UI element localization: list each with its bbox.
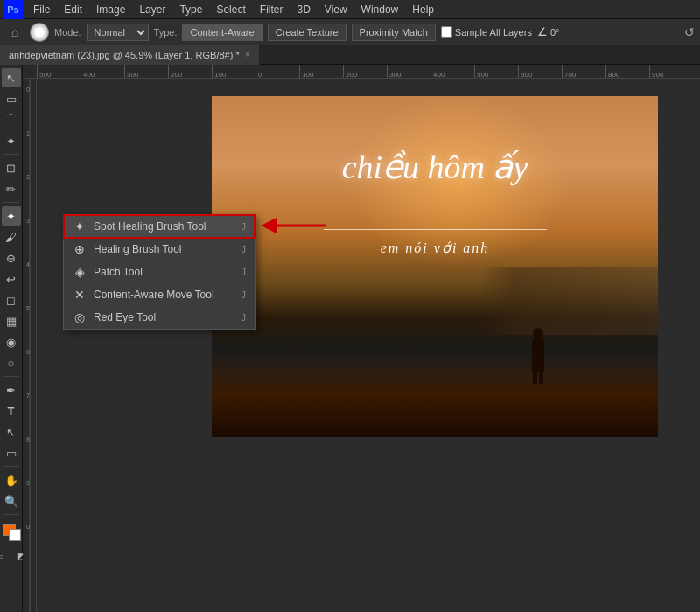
marquee-tool[interactable]: ▭: [2, 89, 21, 108]
ruler-tick: 200: [343, 65, 387, 79]
history-brush-tool[interactable]: ↩: [2, 269, 21, 289]
red-eye-tool-shortcut: J: [242, 312, 247, 323]
flyout-patch-tool[interactable]: ◈ Patch Tool J: [64, 261, 255, 283]
separator-2: [4, 202, 19, 203]
menu-window[interactable]: Window: [354, 0, 406, 18]
document-tab[interactable]: anhdepvietnam (23).jpg @ 45.9% (Layer 1,…: [0, 45, 260, 65]
quick-mask-std[interactable]: ▭: [0, 546, 10, 566]
color-swatches[interactable]: [2, 522, 21, 541]
blur-tool[interactable]: ◉: [2, 332, 21, 351]
sil-leg-left: [533, 372, 537, 384]
content-aware-move-label: Content-Aware Move Tool: [94, 289, 214, 301]
svg-text:1: 1: [26, 130, 30, 136]
svg-text:5: 5: [26, 305, 30, 311]
home-icon[interactable]: ⌂: [5, 23, 24, 42]
magic-wand-tool[interactable]: ✦: [2, 131, 21, 150]
menu-file[interactable]: File: [26, 0, 57, 18]
healing-brush-shortcut: J: [242, 244, 247, 254]
ruler-tick: 0: [256, 65, 299, 79]
pen-tool[interactable]: ✒: [2, 380, 21, 400]
proximity-match-btn[interactable]: Proximity Match: [352, 24, 436, 41]
angle-control[interactable]: ∠ 0°: [537, 25, 560, 38]
healing-brush-tool[interactable]: ✦: [2, 206, 21, 226]
tab-close-btn[interactable]: ×: [245, 50, 250, 59]
ruler-top: 500 400 300 200 100 0 100 200 300 400 50…: [23, 65, 700, 79]
line-decoration: [324, 229, 547, 230]
sil-leg-right: [539, 372, 543, 384]
ruler-tick: 500: [474, 65, 518, 79]
menu-type[interactable]: Type: [172, 0, 209, 18]
menu-select[interactable]: Select: [209, 0, 252, 18]
eyedropper-tool[interactable]: ✏: [2, 179, 21, 198]
content-aware-move-icon: ✕: [73, 288, 87, 302]
gradient-tool[interactable]: ▦: [2, 311, 21, 330]
sample-layers-checkbox[interactable]: [441, 26, 452, 38]
tab-bar: anhdepvietnam (23).jpg @ 45.9% (Layer 1,…: [0, 45, 700, 65]
hand-tool[interactable]: ✋: [2, 470, 21, 490]
create-texture-btn[interactable]: Create Texture: [268, 24, 346, 41]
sample-layers-label[interactable]: Sample All Layers: [441, 26, 532, 38]
ground-glow: [212, 352, 658, 438]
patch-tool-icon: ◈: [73, 265, 87, 279]
flyout-content-aware-move[interactable]: ✕ Content-Aware Move Tool J: [64, 283, 255, 306]
menu-bar: Ps File Edit Image Layer Type Select Fil…: [0, 0, 700, 19]
move-tool[interactable]: ↖: [2, 68, 21, 87]
menu-layer[interactable]: Layer: [132, 0, 172, 18]
brush-tool[interactable]: 🖌: [2, 227, 21, 247]
menu-help[interactable]: Help: [405, 0, 441, 18]
crop-tool[interactable]: ⊡: [2, 158, 21, 177]
lasso-tool[interactable]: ⌒: [2, 110, 21, 129]
svg-text:0: 0: [26, 524, 30, 530]
clone-stamp-tool[interactable]: ⊕: [2, 248, 21, 268]
background-color[interactable]: [9, 529, 21, 541]
spot-healing-label: Spot Healing Brush Tool: [94, 220, 206, 233]
main-area: ↖ ▭ ⌒ ✦ ⊡ ✏ ✦ 🖌 ⊕ ↩ ◻ ▦ ◉ ○ ✒ T ↖ ▭ ✋ 🔍 …: [0, 65, 700, 612]
eraser-tool[interactable]: ◻: [2, 290, 21, 309]
separator-1: [4, 154, 19, 155]
rotate-icon[interactable]: ↺: [684, 25, 695, 39]
svg-text:0: 0: [26, 87, 30, 93]
healing-brush-label: Healing Brush Tool: [94, 243, 182, 255]
type-label: Type:: [154, 27, 178, 38]
mode-select[interactable]: Normal Replace: [87, 24, 149, 41]
ruler-left: 0 1 2 3 4 5 6 7 8 9 0: [23, 79, 37, 612]
shape-tool[interactable]: ▭: [2, 443, 21, 462]
ruler-tick: 500: [37, 65, 80, 79]
red-eye-tool-icon: ◎: [73, 310, 87, 324]
flyout-spot-healing[interactable]: ✦ Spot Healing Brush Tool J: [64, 215, 255, 238]
ruler-left-svg: 0 1 2 3 4 5 6 7 8 9 0: [23, 79, 36, 612]
dodge-tool[interactable]: ○: [2, 353, 21, 372]
type-tool[interactable]: T: [2, 401, 21, 421]
ruler-tick: 100: [212, 65, 256, 79]
path-selection-tool[interactable]: ↖: [2, 422, 21, 442]
ruler-numbers-top: 500 400 300 200 100 0 100 200 300 400 50…: [37, 65, 693, 79]
red-eye-tool-label: Red Eye Tool: [94, 311, 156, 323]
tab-filename: anhdepvietnam (23).jpg @ 45.9% (Layer 1,…: [9, 50, 240, 60]
svg-text:6: 6: [26, 349, 30, 355]
ruler-tick: 800: [606, 65, 649, 79]
spot-healing-shortcut: J: [242, 221, 247, 232]
sil-head: [533, 328, 543, 338]
canvas-text-main: chiều hôm ấy: [342, 148, 528, 186]
city-skyline: [480, 267, 658, 335]
svg-text:4: 4: [26, 261, 30, 268]
canvas-text-sub: em nói với anh: [381, 240, 490, 256]
menu-3d[interactable]: 3D: [290, 0, 317, 18]
menu-view[interactable]: View: [318, 0, 354, 18]
menu-filter[interactable]: Filter: [253, 0, 290, 18]
flyout-red-eye-tool[interactable]: ◎ Red Eye Tool J: [64, 306, 255, 329]
content-aware-btn[interactable]: Content-Aware: [182, 24, 262, 41]
brush-preview[interactable]: [30, 23, 49, 42]
menu-edit[interactable]: Edit: [57, 0, 89, 18]
zoom-tool[interactable]: 🔍: [2, 491, 21, 511]
menu-image[interactable]: Image: [89, 0, 132, 18]
angle-icon: ∠: [537, 25, 548, 38]
image-canvas: chiều hôm ấy em nói với anh: [212, 96, 658, 437]
ruler-tick: 700: [562, 65, 606, 79]
spot-healing-icon: ✦: [73, 219, 87, 233]
flyout-healing-brush[interactable]: ⊕ Healing Brush Tool J: [64, 238, 255, 261]
svg-text:8: 8: [26, 436, 30, 442]
sil-legs: [529, 372, 547, 384]
ruler-tick: 200: [168, 65, 212, 79]
separator-3: [4, 376, 19, 377]
